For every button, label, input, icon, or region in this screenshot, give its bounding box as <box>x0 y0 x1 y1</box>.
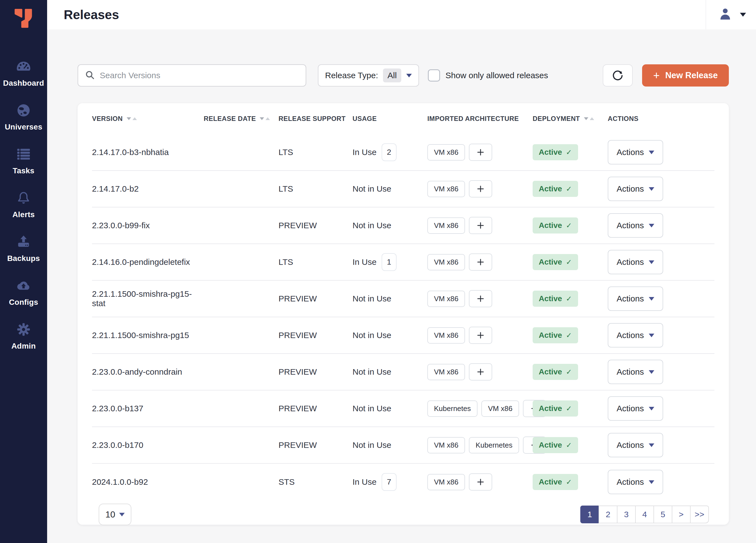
deployment-status-badge: Active ✓ <box>533 144 578 160</box>
admin-gear-icon <box>16 322 31 338</box>
page-button-3[interactable]: 3 <box>617 506 636 523</box>
release-version: 2024.1.0.0-b92 <box>92 477 204 487</box>
add-architecture-button[interactable] <box>469 327 492 344</box>
release-support: PREVIEW <box>279 440 353 450</box>
table-row[interactable]: 2.23.0.0-b137 PREVIEW Not in Use Kuberne… <box>92 391 714 427</box>
release-support: LTS <box>279 147 353 157</box>
usage-text: Not in Use <box>353 294 391 304</box>
column-header-release-date[interactable]: RELEASE DATE <box>204 115 279 123</box>
sidebar-item-admin[interactable]: Admin <box>0 315 47 358</box>
sidebar-item-label: Configs <box>9 298 38 307</box>
new-release-button[interactable]: + New Release <box>642 64 729 86</box>
table-row[interactable]: 2.21.1.1500-smishra-pg15-stat PREVIEW No… <box>92 281 714 317</box>
configs-cloud-icon <box>16 279 31 294</box>
sort-icons <box>127 117 137 120</box>
table-row[interactable]: 2.14.17.0-b3-nbhatia LTS In Use 2 VM x86… <box>92 134 714 171</box>
row-actions-button[interactable]: Actions <box>608 470 663 494</box>
chevron-down-icon <box>649 260 654 264</box>
row-actions-button[interactable]: Actions <box>608 213 663 238</box>
check-icon: ✓ <box>566 258 572 266</box>
table-row[interactable]: 2.23.0.0-b170 PREVIEW Not in Use VM x86K… <box>92 427 714 464</box>
refresh-button[interactable] <box>603 64 633 86</box>
release-type-dropdown[interactable]: Release Type: All <box>318 64 419 86</box>
page-button-1[interactable]: 1 <box>580 506 599 523</box>
sidebar-item-backups[interactable]: Backups <box>0 227 47 271</box>
deployment-status-label: Active <box>539 148 562 157</box>
add-architecture-button[interactable] <box>469 290 492 307</box>
row-actions-button[interactable]: Actions <box>608 250 663 274</box>
deployment-status-label: Active <box>539 441 562 450</box>
page-button-5[interactable]: 5 <box>653 506 672 523</box>
user-menu[interactable] <box>706 0 756 29</box>
release-support: PREVIEW <box>279 331 353 340</box>
release-usage: Not in Use <box>353 294 427 304</box>
release-usage: Not in Use <box>353 184 427 193</box>
release-usage: Not in Use <box>353 440 427 450</box>
add-architecture-button[interactable] <box>469 363 492 381</box>
column-header-version[interactable]: VERSION <box>92 115 204 123</box>
table-row[interactable]: 2.23.0.0-b99-fix PREVIEW Not in Use VM x… <box>92 207 714 244</box>
usage-text: Not in Use <box>353 404 391 413</box>
page-button-nextnext[interactable]: >> <box>690 506 709 523</box>
table-row[interactable]: 2.14.16.0-pendingdeletefix LTS In Use 1 … <box>92 244 714 281</box>
usage-text: Not in Use <box>353 221 391 230</box>
row-actions-button[interactable]: Actions <box>608 396 663 421</box>
show-allowed-checkbox[interactable] <box>428 69 440 81</box>
check-icon: ✓ <box>566 148 572 157</box>
imported-architectures: KubernetesVM x86 <box>427 400 546 417</box>
imported-architectures: VM x86Kubernetes <box>427 437 546 454</box>
page-button-4[interactable]: 4 <box>635 506 654 523</box>
deployment-status-label: Active <box>539 221 562 230</box>
row-actions-button[interactable]: Actions <box>608 287 663 311</box>
imported-architectures: VM x86 <box>427 180 492 197</box>
table-row[interactable]: 2.23.0.0-andy-conndrain PREVIEW Not in U… <box>92 354 714 391</box>
sidebar: Dashboard Universes Tasks Alerts Backups <box>0 0 47 543</box>
sidebar-item-universes[interactable]: Universes <box>0 95 47 139</box>
add-architecture-button[interactable] <box>469 473 492 491</box>
table-row[interactable]: 2.14.17.0-b2 LTS Not in Use VM x86 Activ… <box>92 171 714 207</box>
sidebar-item-label: Admin <box>11 342 36 351</box>
row-actions-button[interactable]: Actions <box>608 323 663 348</box>
sidebar-item-label: Tasks <box>13 166 34 175</box>
page-size-dropdown[interactable]: 10 <box>99 504 131 525</box>
imported-architectures: VM x86 <box>427 473 492 491</box>
release-usage: In Use 7 <box>353 473 427 491</box>
chevron-down-icon <box>649 370 654 374</box>
row-actions-button[interactable]: Actions <box>608 433 663 457</box>
yugabyte-logo[interactable] <box>0 0 47 32</box>
deployment-status-label: Active <box>539 404 562 413</box>
column-header-deployment[interactable]: DEPLOYMENT <box>533 115 608 123</box>
row-actions-button[interactable]: Actions <box>608 177 663 201</box>
add-architecture-button[interactable] <box>469 253 492 271</box>
row-actions-button[interactable]: Actions <box>608 140 663 164</box>
chevron-down-icon <box>119 513 125 516</box>
page-button-2[interactable]: 2 <box>599 506 617 523</box>
sidebar-item-dashboard[interactable]: Dashboard <box>0 52 47 95</box>
sidebar-item-configs[interactable]: Configs <box>0 271 47 315</box>
add-architecture-button[interactable] <box>469 180 492 197</box>
alerts-bell-icon <box>16 191 31 206</box>
sort-icons <box>260 117 270 120</box>
sidebar-item-label: Backups <box>7 254 40 263</box>
deployment-status-badge: Active ✓ <box>533 437 578 453</box>
architecture-badge: VM x86 <box>427 474 465 490</box>
add-architecture-button[interactable] <box>469 144 492 161</box>
add-architecture-button[interactable] <box>469 217 492 234</box>
architecture-badge: VM x86 <box>427 437 465 453</box>
sidebar-item-alerts[interactable]: Alerts <box>0 183 47 227</box>
row-actions-button[interactable]: Actions <box>608 360 663 384</box>
search-input[interactable] <box>100 71 299 80</box>
page-button-next[interactable]: > <box>672 506 691 523</box>
table-row[interactable]: 2.21.1.1500-smishra-pg15 PREVIEW Not in … <box>92 317 714 354</box>
sidebar-item-label: Dashboard <box>3 79 44 88</box>
page-header: Releases <box>47 0 756 29</box>
check-icon: ✓ <box>566 185 572 193</box>
sidebar-nav: Dashboard Universes Tasks Alerts Backups <box>0 52 47 358</box>
usage-text: In Use <box>353 147 377 157</box>
sidebar-item-tasks[interactable]: Tasks <box>0 139 47 183</box>
architecture-badge: Kubernetes <box>469 437 519 453</box>
architecture-badge: VM x86 <box>427 181 465 197</box>
table-row[interactable]: 2024.1.0.0-b92 STS In Use 7 VM x86 Activ… <box>92 464 714 500</box>
imported-architectures: VM x86 <box>427 144 492 161</box>
release-version: 2.23.0.0-b137 <box>92 404 204 413</box>
